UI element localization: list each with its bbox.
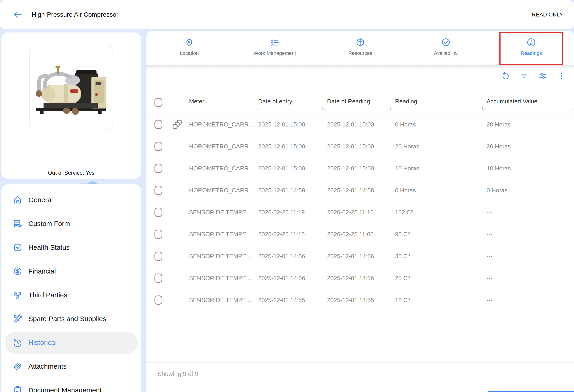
sidebar-item-third-parties[interactable]: Third Parties bbox=[5, 284, 138, 306]
sidebar-item-label: Financial bbox=[28, 267, 56, 275]
third-parties-icon bbox=[13, 290, 22, 300]
cell-reading: 12 Cº bbox=[395, 289, 410, 311]
cell-meter: HOROMETRO_CARR... bbox=[189, 179, 254, 201]
cell-reading: 0 Horas bbox=[395, 114, 416, 135]
row-checkbox[interactable] bbox=[154, 120, 162, 129]
filter-button[interactable] bbox=[519, 71, 529, 80]
row-checkbox[interactable] bbox=[154, 142, 162, 151]
cell-accumulated-value: --- bbox=[487, 245, 492, 267]
cell-date-of-reading: 2026-02-25 11:00 bbox=[327, 223, 373, 245]
row-checkbox[interactable] bbox=[154, 252, 162, 261]
row-checkbox[interactable] bbox=[154, 230, 162, 239]
sidebar-item-attachments[interactable]: Attachments bbox=[5, 355, 138, 377]
check-circle-icon bbox=[441, 38, 451, 47]
tab-label: Location bbox=[180, 50, 199, 56]
home-icon bbox=[13, 195, 22, 205]
health-status-icon bbox=[13, 243, 22, 252]
tab-work-management[interactable]: Work Management bbox=[232, 31, 318, 65]
sliders-button[interactable] bbox=[538, 71, 548, 80]
tab-resources[interactable]: Resources bbox=[317, 31, 403, 65]
asset-image-frame bbox=[29, 46, 113, 129]
more-vertical-button[interactable] bbox=[557, 71, 566, 80]
financial-icon bbox=[13, 266, 22, 276]
column-resize-handle[interactable] bbox=[482, 107, 486, 110]
spare-parts-icon bbox=[13, 314, 22, 324]
column-header-date-of-reading[interactable]: Date of Reading bbox=[327, 92, 370, 114]
cell-meter: SENSOR DE TEMPE... bbox=[189, 201, 251, 223]
cell-date-of-entry: 2025-12-01 14:56 bbox=[258, 245, 305, 267]
tab-label: Readings bbox=[521, 50, 542, 56]
tab-bar: LocationWork ManagementResourcesAvailabi… bbox=[146, 31, 574, 66]
cell-date-of-entry: 2025-12-01 15:00 bbox=[258, 157, 305, 179]
sidebar-item-label: Custom Form bbox=[28, 220, 70, 228]
tab-label: Availability bbox=[434, 50, 458, 56]
tab-readings[interactable]: Readings bbox=[488, 31, 574, 65]
refresh-button[interactable] bbox=[501, 71, 510, 80]
column-header-meter[interactable]: Meter bbox=[189, 92, 204, 114]
row-checkbox[interactable] bbox=[154, 186, 162, 195]
tab-availability[interactable]: Availability bbox=[403, 31, 489, 65]
cell-meter: HOROMETRO_CARR... bbox=[189, 157, 254, 179]
out-of-service-text: Out of Service: Yes bbox=[1, 170, 141, 176]
row-checkbox[interactable] bbox=[154, 208, 162, 217]
table-row[interactable]: SENSOR DE TEMPE...2026-02-25 11:192026-0… bbox=[146, 201, 574, 223]
sidebar-item-general[interactable]: General bbox=[5, 189, 138, 211]
table-row[interactable]: SENSOR DE TEMPE...2025-12-01 14:562025-1… bbox=[146, 245, 574, 267]
cell-accumulated-value: --- bbox=[487, 267, 492, 289]
cell-reading: 35 Cº bbox=[395, 245, 410, 267]
attachments-icon bbox=[13, 362, 22, 371]
cell-date-of-reading: 2025-12-01 14:56 bbox=[327, 267, 374, 289]
sidebar-item-spare-parts-and-supplies[interactable]: Spare Parts and Supplies bbox=[5, 308, 138, 330]
cell-meter: HOROMETRO_CARR... bbox=[189, 114, 254, 135]
cell-meter: SENSOR DE TEMPE... bbox=[189, 245, 251, 267]
cell-accumulated-value: --- bbox=[487, 289, 492, 311]
cell-date-of-entry: 2026-02-25 11:15 bbox=[258, 223, 305, 245]
sidebar-item-financial[interactable]: Financial bbox=[5, 260, 138, 282]
select-all-checkbox[interactable] bbox=[154, 98, 162, 107]
table-row[interactable]: HOROMETRO_CARR...2025-12-01 14:592025-12… bbox=[146, 179, 574, 201]
cell-date-of-reading: 2025-12-01 14:56 bbox=[327, 245, 374, 267]
sidebar-item-custom-form[interactable]: Custom Form bbox=[5, 213, 138, 235]
table-row[interactable]: SENSOR DE TEMPE...2025-12-01 14:562025-1… bbox=[146, 267, 574, 289]
cell-date-of-entry: 2025-12-01 14:56 bbox=[258, 267, 305, 289]
row-checkbox[interactable] bbox=[154, 274, 162, 283]
cell-reading: 25 Cº bbox=[395, 267, 410, 289]
cell-date-of-entry: 2025-12-01 15:00 bbox=[258, 135, 305, 157]
row-checkbox[interactable] bbox=[154, 164, 162, 173]
cell-date-of-reading: 2025-12-01 15:00 bbox=[327, 114, 374, 135]
app: High-Pressure Air Compressor READ ONLY bbox=[0, 0, 574, 392]
table-header: MeterDate of entryDate of ReadingReading… bbox=[146, 92, 574, 114]
sidebar-item-document-management[interactable]: Document Management bbox=[5, 379, 138, 392]
column-resize-handle[interactable] bbox=[323, 107, 326, 110]
tab-location[interactable]: Location bbox=[146, 31, 232, 65]
active-tab-underline bbox=[488, 391, 574, 392]
column-header-accumulated-value[interactable]: Accumulated Value bbox=[487, 92, 537, 114]
cell-accumulated-value: --- bbox=[487, 223, 492, 245]
table-row[interactable]: HOROMETRO_CARR...2025-12-01 15:002025-12… bbox=[146, 157, 574, 179]
sidebar-item-label: Document Management bbox=[28, 386, 102, 392]
sidebar-item-label: Historical bbox=[28, 339, 57, 347]
table-toolbar bbox=[501, 71, 566, 80]
cell-date-of-entry: 2025-12-01 15:00 bbox=[258, 114, 305, 135]
back-button[interactable] bbox=[13, 10, 23, 20]
sidebar-item-health-status[interactable]: Health Status bbox=[5, 236, 138, 258]
column-header-date-of-entry[interactable]: Date of entry bbox=[258, 92, 292, 114]
cell-date-of-reading: 2025-12-01 14:55 bbox=[327, 289, 374, 311]
sidebar-item-label: General bbox=[28, 196, 53, 204]
table-row[interactable]: SENSOR DE TEMPE...2025-12-01 14:552025-1… bbox=[146, 289, 574, 311]
sidebar-card: GeneralCustom FormHealth StatusFinancial… bbox=[1, 184, 141, 392]
page-title: High-Pressure Air Compressor bbox=[32, 0, 119, 29]
table-row[interactable]: SENSOR DE TEMPE...2026-02-25 11:152026-0… bbox=[146, 223, 574, 245]
column-resize-handle[interactable] bbox=[390, 107, 394, 110]
sidebar-item-historical[interactable]: Historical bbox=[5, 332, 138, 353]
footer-divider bbox=[146, 362, 574, 362]
table-row[interactable]: HOROMETRO_CARR...2025-12-01 15:002025-12… bbox=[146, 114, 574, 135]
column-header-reading[interactable]: Reading bbox=[395, 92, 417, 114]
sidebar-item-label: Attachments bbox=[28, 362, 67, 370]
table-body: HOROMETRO_CARR...2025-12-01 15:002025-12… bbox=[146, 114, 574, 311]
row-checkbox[interactable] bbox=[154, 295, 162, 305]
cell-date-of-reading: 2026-02-25 11:10 bbox=[327, 201, 373, 223]
column-resize-handle[interactable] bbox=[572, 107, 574, 110]
cell-accumulated-value: 20 Horas bbox=[487, 114, 511, 135]
table-row[interactable]: HOROMETRO_CARR...2025-12-01 15:002025-12… bbox=[146, 135, 574, 157]
